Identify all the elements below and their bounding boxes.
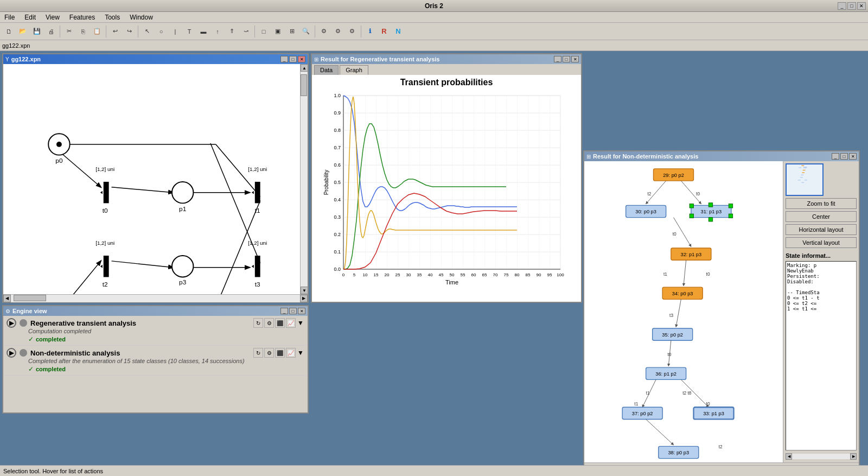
status-dot-nondeter <box>20 349 27 357</box>
save-btn[interactable]: 💾 <box>30 25 43 38</box>
svg-text:60: 60 <box>471 272 476 277</box>
open-btn[interactable]: 📂 <box>16 25 29 38</box>
hscroll-left[interactable]: ◀ <box>3 295 11 302</box>
place-btn[interactable]: □ <box>257 25 270 38</box>
petri-scrollbar-v[interactable]: ▲ ▼ <box>300 64 308 294</box>
menu-file[interactable]: File <box>2 12 17 22</box>
hscroll-right[interactable]: ▶ <box>300 295 308 302</box>
state-scroll-right[interactable]: ▶ <box>850 453 857 460</box>
regen-collapse[interactable]: ▼ <box>297 319 304 327</box>
svg-line-108 <box>684 260 686 285</box>
center-btn[interactable]: Center <box>786 211 857 222</box>
print-btn[interactable]: 🖨 <box>44 25 58 38</box>
cut-btn[interactable]: ✂ <box>62 25 75 38</box>
minimize-btn[interactable]: _ <box>838 2 846 10</box>
select-btn[interactable]: ↖ <box>141 25 154 38</box>
engine-maximize[interactable]: □ <box>289 308 297 314</box>
tab-data[interactable]: Data <box>314 65 339 75</box>
svg-rect-100 <box>709 218 712 221</box>
rect-btn[interactable]: ▬ <box>197 25 210 38</box>
conn-btn[interactable]: ⤻ <box>239 25 252 38</box>
menu-tools[interactable]: Tools <box>103 12 122 22</box>
redo-btn[interactable]: ↪ <box>123 25 136 38</box>
engine-close[interactable]: ✕ <box>298 308 305 314</box>
regen-chart[interactable]: 📈 <box>286 318 296 328</box>
line-btn[interactable]: | <box>169 25 182 38</box>
new-btn[interactable]: 🗋 <box>2 25 15 38</box>
menu-view[interactable]: View <box>43 12 62 22</box>
scroll-thumb[interactable] <box>301 74 307 96</box>
graph-minimize[interactable]: _ <box>554 56 561 62</box>
svg-marker-38 <box>252 265 254 268</box>
engine-minimize[interactable]: _ <box>280 308 288 314</box>
help3-btn[interactable]: N <box>392 25 405 38</box>
zoom-btn[interactable]: 🔍 <box>299 25 312 38</box>
petri-maximize[interactable]: □ <box>289 56 297 62</box>
graph-close[interactable]: ✕ <box>571 56 579 62</box>
hscroll-thumb[interactable] <box>14 295 46 301</box>
svg-line-5 <box>210 200 260 294</box>
svg-rect-138 <box>801 175 803 175</box>
graph-maximize[interactable]: □ <box>563 56 570 62</box>
state-info-hscroll[interactable]: ◀ ▶ <box>786 453 857 460</box>
menu-edit[interactable]: Edit <box>22 12 38 22</box>
text-btn[interactable]: T <box>183 25 196 38</box>
svg-text:[1,2] uni: [1,2] uni <box>248 240 267 246</box>
regen-gear[interactable]: ⚙ <box>264 318 274 328</box>
help2-btn[interactable]: R <box>378 25 391 38</box>
maximize-btn[interactable]: □ <box>847 2 856 10</box>
nondeter-refresh[interactable]: ↻ <box>253 348 263 358</box>
svg-text:0.1: 0.1 <box>334 249 341 255</box>
circle-btn[interactable]: ○ <box>155 25 168 38</box>
status-bar: Selection tool. Hover for list of action… <box>0 465 868 476</box>
nondeter-export[interactable]: ⬛ <box>275 348 285 358</box>
petri-canvas[interactable]: p0 p1 p2 p3 [1,2] uni t0 <box>3 64 300 294</box>
graph-window: ⊞ Result for Regenerative transient anal… <box>311 53 582 303</box>
grid-btn[interactable]: ⊞ <box>285 25 298 38</box>
horizontal-layout-btn[interactable]: Horizontal layout <box>786 224 857 235</box>
menu-features[interactable]: Features <box>67 12 97 22</box>
scroll-track[interactable] <box>301 72 308 287</box>
sim2-btn[interactable]: ⚙ <box>331 25 344 38</box>
nondeter-graph[interactable]: 29: p0 p2 t2 t0 30: p0 p3 <box>584 161 783 462</box>
state-scroll-left[interactable]: ◀ <box>786 453 792 460</box>
copy-btn[interactable]: ⎘ <box>76 25 90 38</box>
nondeter-collapse[interactable]: ▼ <box>297 349 304 357</box>
arrow-btn[interactable]: ↑ <box>211 25 224 38</box>
nondeter-win-minimize[interactable]: _ <box>832 153 839 160</box>
svg-text:t2: t2 <box>647 191 651 196</box>
sim-btn[interactable]: ⚙ <box>317 25 330 38</box>
petri-close[interactable]: ✕ <box>298 56 305 62</box>
nondeter-win-maximize[interactable]: □ <box>840 153 848 160</box>
nondeter-gear[interactable]: ⚙ <box>264 348 274 358</box>
svg-text:70: 70 <box>493 272 498 277</box>
tab-graph[interactable]: Graph <box>340 65 368 75</box>
vertical-layout-btn[interactable]: Vertical layout <box>786 237 857 248</box>
play-btn-regen[interactable]: ▶ <box>7 318 16 328</box>
scroll-down-btn[interactable]: ▼ <box>301 287 308 294</box>
nondeter-win-close[interactable]: ✕ <box>849 153 857 160</box>
petri-minimize[interactable]: _ <box>280 56 288 62</box>
play-btn-nondeter[interactable]: ▶ <box>7 348 16 358</box>
nondeter-chart[interactable]: 📈 <box>286 348 296 358</box>
svg-rect-23 <box>104 182 109 203</box>
svg-text:34: p0 p3: 34: p0 p3 <box>672 291 693 296</box>
nondeter-window-title: Result for Non-deterministic analysis <box>593 153 698 160</box>
close-btn[interactable]: ✕ <box>857 2 866 10</box>
help1-btn[interactable]: ℹ <box>363 25 376 38</box>
state-scroll-track[interactable] <box>792 454 850 459</box>
undo-btn[interactable]: ↩ <box>108 25 122 38</box>
zoom-to-fit-btn[interactable]: Zoom to fit <box>786 198 857 209</box>
regen-export[interactable]: ⬛ <box>275 318 285 328</box>
regen-refresh[interactable]: ↻ <box>253 318 263 328</box>
barrow-btn[interactable]: ⇑ <box>225 25 238 38</box>
trans-btn[interactable]: ▣ <box>271 25 284 38</box>
menu-window[interactable]: Window <box>127 12 155 22</box>
hscroll-track[interactable] <box>11 295 300 302</box>
sim3-btn[interactable]: ⚙ <box>346 25 359 38</box>
nondeter-win-controls: _ □ ✕ <box>832 153 857 160</box>
paste-btn[interactable]: 📋 <box>91 25 104 38</box>
petri-scrollbar-h[interactable]: ◀ ▶ <box>3 294 308 302</box>
nondeter-right-panel: Zoom to fit Center Horizontal layout Ver… <box>783 161 859 462</box>
scroll-up-btn[interactable]: ▲ <box>301 64 308 72</box>
